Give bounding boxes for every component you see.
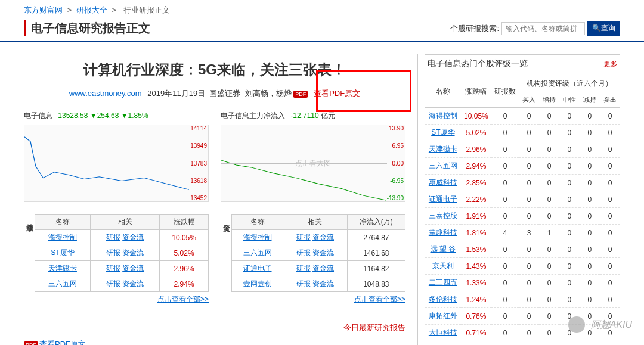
- stock-link[interactable]: 证通电子: [429, 195, 457, 203]
- report-link[interactable]: 研报: [106, 233, 120, 241]
- report-link[interactable]: 研报: [296, 233, 311, 241]
- stock-link[interactable]: ST厦华: [431, 128, 454, 136]
- count-cell: 0: [491, 108, 519, 125]
- table-right-view-all[interactable]: 点击查看全部>>: [354, 295, 405, 303]
- rating-row: 三泰控股 1.91% 0 00000: [425, 208, 620, 225]
- chart-flow-yaxis: 13.906.950.00-6.95-13.90: [387, 125, 404, 201]
- table-row: 海得控制 研报 资金流 2764.87: [232, 230, 405, 245]
- stock-link[interactable]: 多伦科技: [429, 295, 457, 303]
- capital-link[interactable]: 资金流: [122, 248, 144, 257]
- rating-row: 远 望 谷 1.53% 0 00000: [425, 241, 620, 258]
- source-url[interactable]: www.eastmoney.com: [69, 89, 142, 98]
- view-pdf-link[interactable]: 查看PDF原文: [314, 89, 360, 98]
- stock-link[interactable]: 三六五网: [429, 161, 457, 170]
- stock-link[interactable]: ST厦华: [51, 248, 74, 257]
- report-link[interactable]: 研报: [296, 264, 311, 272]
- pct-cell: 10.05%: [160, 230, 209, 245]
- chart-flow-value: -12.7110: [290, 111, 318, 120]
- rating-row: 海得控制 10.05% 0 00000: [425, 108, 620, 125]
- stock-link[interactable]: 海得控制: [48, 233, 77, 241]
- report-link[interactable]: 研报: [106, 264, 120, 272]
- pct-cell: 2.94%: [160, 276, 209, 292]
- stock-link[interactable]: 惠威科技: [429, 178, 457, 187]
- search-button[interactable]: 🔍查询: [587, 21, 620, 36]
- chart-flow-canvas[interactable]: 点击看大图 13.906.950.00-6.95-13.90: [221, 125, 405, 202]
- capital-link[interactable]: 资金流: [122, 279, 144, 288]
- ratings-table: 名称涨跌幅研报数机构投资评级（近六个月） 买入增持中性减持卖出 海得控制 10.…: [425, 76, 620, 345]
- table-row: 壹网壹创 研报 资金流 1048.83: [232, 276, 405, 292]
- rating-row: 掌趣科技 1.81% 4 31000: [425, 225, 620, 241]
- stock-link[interactable]: 三泰控股: [429, 212, 457, 220]
- chart-index-yaxis: 1411413949137831361813452: [190, 125, 207, 201]
- capital-link[interactable]: 资金流: [312, 279, 334, 288]
- rating-row: 多伦科技 1.24% 0 00000: [425, 291, 620, 308]
- search-label: 个股研报搜索:: [450, 23, 499, 34]
- pdf-icon-bottom: PDF: [24, 341, 38, 345]
- table-left-view-all[interactable]: 点击查看全部>>: [157, 295, 209, 303]
- report-link[interactable]: 研报: [296, 248, 311, 257]
- ratings-more-link[interactable]: 更多: [603, 59, 618, 69]
- capital-inflow-table: 资金流入 名称相关净流入(万) 海得控制 研报 资金流 2764.87 三六五网…: [221, 214, 405, 304]
- stock-link[interactable]: 壹网壹创: [243, 279, 272, 288]
- count-cell: 0: [491, 258, 519, 275]
- change-cell: 1.91%: [461, 208, 491, 225]
- page-title: 电子信息研究报告正文: [24, 20, 150, 36]
- stock-link[interactable]: 大恒科技: [429, 328, 457, 337]
- rating-row: 京天利 1.43% 0 00000: [425, 258, 620, 275]
- report-link[interactable]: 研报: [106, 279, 120, 288]
- count-cell: 0: [491, 325, 519, 341]
- ratings-panel-title: 电子信息热门个股评级一览: [428, 58, 528, 69]
- stock-link[interactable]: 二三四五: [429, 278, 457, 287]
- chart-index-value: 13528.58: [58, 111, 88, 120]
- breadcrumb: 东方财富网 > 研报大全 > 行业研报正文: [0, 0, 644, 20]
- capital-link[interactable]: 资金流: [122, 264, 144, 272]
- count-cell: 0: [491, 275, 519, 291]
- capital-link[interactable]: 资金流: [312, 248, 334, 257]
- change-cell: 1.24%: [461, 291, 491, 308]
- rating-row: 二三四五 1.33% 0 00000: [425, 275, 620, 291]
- stock-link[interactable]: 三六五网: [48, 279, 77, 288]
- rating-row: 三六五网 2.94% 0 00000: [425, 158, 620, 175]
- inflow-cell: 1048.83: [347, 276, 405, 292]
- count-cell: 4: [491, 225, 519, 241]
- count-cell: 0: [491, 241, 519, 258]
- table-right-label: 资金流入: [221, 214, 231, 304]
- report-meta: www.eastmoney.com 2019年11月19日 国盛证券 刘高畅，杨…: [24, 88, 405, 99]
- stock-link[interactable]: 证通电子: [243, 264, 272, 272]
- capital-link[interactable]: 资金流: [312, 233, 334, 241]
- capital-link[interactable]: 资金流: [122, 233, 144, 241]
- capital-link[interactable]: 资金流: [312, 264, 334, 272]
- table-row: ST厦华 研报 资金流 5.02%: [35, 245, 209, 261]
- change-cell: 1.43%: [461, 258, 491, 275]
- stock-link[interactable]: 远 望 谷: [431, 245, 456, 253]
- report-link[interactable]: 研报: [296, 279, 311, 288]
- table-row: 海得控制 研报 资金流 10.05%: [35, 230, 209, 245]
- rating-row: 惠威科技 2.85% 0 00000: [425, 175, 620, 191]
- breadcrumb-site[interactable]: 东方财富网: [24, 5, 63, 14]
- watermark: 阿翘AKIU: [568, 316, 632, 333]
- report-date: 2019年11月19日: [147, 89, 205, 98]
- change-cell: 0.61%: [461, 341, 491, 346]
- chart-index-canvas[interactable]: 1411413949137831361813452: [24, 125, 209, 202]
- report-link[interactable]: 研报: [106, 248, 120, 257]
- view-pdf-link-bottom[interactable]: 查看PDF原文: [39, 340, 86, 345]
- stock-link[interactable]: 天津磁卡: [429, 145, 457, 153]
- search-input[interactable]: [501, 22, 585, 35]
- stock-link[interactable]: 天津磁卡: [48, 264, 77, 272]
- rating-row: 方正科技 0.61% 0 00000: [425, 341, 620, 346]
- change-cell: 0.76%: [461, 308, 491, 325]
- pct-cell: 2.96%: [160, 261, 209, 276]
- stock-link[interactable]: 京天利: [432, 262, 454, 270]
- stock-link[interactable]: 海得控制: [243, 233, 272, 241]
- change-cell: 1.53%: [461, 241, 491, 258]
- latest-reports-link[interactable]: 今日最新研究报告: [343, 323, 405, 332]
- report-authors: 刘高畅，杨烨: [245, 89, 292, 98]
- stock-link[interactable]: 康拓红外: [429, 312, 457, 320]
- breadcrumb-cat[interactable]: 研报大全: [76, 5, 107, 14]
- change-cell: 10.05%: [461, 108, 491, 125]
- count-cell: 0: [491, 308, 519, 325]
- stock-link[interactable]: 掌趣科技: [429, 228, 457, 237]
- stock-link[interactable]: 三六五网: [243, 248, 272, 257]
- inflow-cell: 1461.68: [347, 245, 405, 261]
- stock-link[interactable]: 海得控制: [429, 111, 457, 120]
